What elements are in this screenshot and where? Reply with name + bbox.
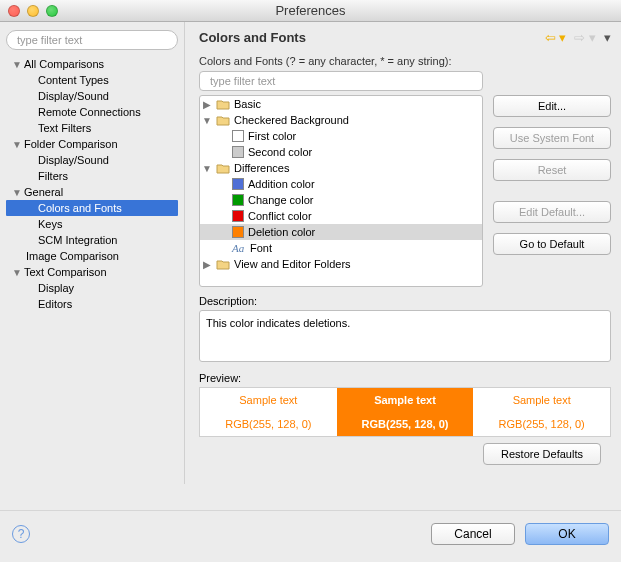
sidebar-item-scm-integration[interactable]: SCM Integration	[6, 232, 178, 248]
nav-back-icon[interactable]: ⇦ ▾	[545, 30, 567, 45]
color-swatch	[232, 226, 244, 238]
minimize-icon[interactable]	[27, 5, 39, 17]
colors-filter-input[interactable]: type filter text	[199, 71, 483, 91]
sidebar-item-folder-comparison[interactable]: ▼Folder Comparison	[6, 136, 178, 152]
disclosure-down-icon: ▼	[12, 59, 22, 70]
font-icon: Aa	[232, 242, 246, 254]
folder-icon	[216, 114, 230, 126]
disclosure-down-icon: ▼	[12, 267, 22, 278]
disclosure-down-icon: ▼	[12, 139, 22, 150]
go-to-default-button[interactable]: Go to Default	[493, 233, 611, 255]
sidebar: type filter text ▼All Comparisons Conten…	[0, 22, 185, 484]
color-swatch	[232, 146, 244, 158]
folder-icon	[216, 258, 230, 270]
folder-icon	[216, 98, 230, 110]
help-icon[interactable]: ?	[12, 525, 30, 543]
color-swatch	[232, 178, 244, 190]
sidebar-item-text-filters[interactable]: Text Filters	[6, 120, 178, 136]
use-system-font-button: Use System Font	[493, 127, 611, 149]
nav-menu-icon[interactable]: ▾	[604, 30, 611, 45]
sidebar-item-colors-fonts[interactable]: Colors and Fonts	[6, 200, 178, 216]
tree-item-font[interactable]: AaFont	[200, 240, 482, 256]
colors-tree: ▶Basic ▼Checkered Background First color…	[199, 95, 483, 287]
tree-item-view-editor-folders[interactable]: ▶View and Editor Folders	[200, 256, 482, 272]
tree-item-conflict-color[interactable]: Conflict color	[200, 208, 482, 224]
description-label: Description:	[199, 295, 611, 307]
color-swatch	[232, 210, 244, 222]
reset-button: Reset	[493, 159, 611, 181]
tree-item-addition-color[interactable]: Addition color	[200, 176, 482, 192]
zoom-icon[interactable]	[46, 5, 58, 17]
tree-item-checkered[interactable]: ▼Checkered Background	[200, 112, 482, 128]
edit-button[interactable]: Edit...	[493, 95, 611, 117]
preview-label: Preview:	[199, 372, 611, 384]
main-panel: Colors and Fonts ⇦ ▾ ⇨ ▾ ▾ Colors and Fo…	[185, 22, 621, 484]
disclosure-down-icon: ▼	[202, 163, 212, 174]
traffic-lights	[8, 5, 58, 17]
page-title: Colors and Fonts	[199, 30, 306, 45]
tree-item-deletion-color[interactable]: Deletion color	[200, 224, 482, 240]
tree-item-differences[interactable]: ▼Differences	[200, 160, 482, 176]
preview-grid: Sample text Sample text Sample text RGB(…	[199, 387, 611, 437]
tree-item-basic[interactable]: ▶Basic	[200, 96, 482, 112]
restore-defaults-button[interactable]: Restore Defaults	[483, 443, 601, 465]
close-icon[interactable]	[8, 5, 20, 17]
disclosure-right-icon: ▶	[202, 99, 212, 110]
sidebar-item-content-types[interactable]: Content Types	[6, 72, 178, 88]
sidebar-item-editors[interactable]: Editors	[6, 296, 178, 312]
preview-cell: Sample text	[473, 388, 610, 412]
filter-hint: Colors and Fonts (? = any character, * =…	[199, 55, 611, 67]
tree-item-change-color[interactable]: Change color	[200, 192, 482, 208]
nav-controls: ⇦ ▾ ⇨ ▾ ▾	[545, 30, 611, 45]
window-title: Preferences	[0, 0, 621, 22]
color-swatch	[232, 194, 244, 206]
preview-cell: Sample text	[200, 388, 337, 412]
description-text: This color indicates deletions.	[199, 310, 611, 362]
sidebar-item-text-comparison[interactable]: ▼Text Comparison	[6, 264, 178, 280]
edit-default-button: Edit Default...	[493, 201, 611, 223]
folder-icon	[216, 162, 230, 174]
sidebar-item-general[interactable]: ▼General	[6, 184, 178, 200]
sidebar-item-display-sound[interactable]: Display/Sound	[6, 88, 178, 104]
preview-cell: RGB(255, 128, 0)	[200, 412, 337, 436]
cancel-button[interactable]: Cancel	[431, 523, 515, 545]
disclosure-down-icon: ▼	[202, 115, 212, 126]
tree-item-first-color[interactable]: First color	[200, 128, 482, 144]
preview-cell: Sample text	[337, 388, 474, 412]
sidebar-item-text-display[interactable]: Display	[6, 280, 178, 296]
preview-cell: RGB(255, 128, 0)	[473, 412, 610, 436]
window-titlebar: Preferences	[0, 0, 621, 22]
sidebar-filter-input[interactable]: type filter text	[6, 30, 178, 50]
nav-forward-icon: ⇨ ▾	[574, 30, 596, 45]
preview-cell: RGB(255, 128, 0)	[337, 412, 474, 436]
dialog-footer: ? Cancel OK	[0, 510, 621, 556]
sidebar-item-keys[interactable]: Keys	[6, 216, 178, 232]
sidebar-item-all-comparisons[interactable]: ▼All Comparisons	[6, 56, 178, 72]
sidebar-item-image-comparison[interactable]: Image Comparison	[6, 248, 178, 264]
sidebar-item-filters[interactable]: Filters	[6, 168, 178, 184]
ok-button[interactable]: OK	[525, 523, 609, 545]
sidebar-item-remote-connections[interactable]: Remote Connections	[6, 104, 178, 120]
disclosure-right-icon: ▶	[202, 259, 212, 270]
color-swatch	[232, 130, 244, 142]
tree-item-second-color[interactable]: Second color	[200, 144, 482, 160]
sidebar-item-folder-display-sound[interactable]: Display/Sound	[6, 152, 178, 168]
sidebar-tree: ▼All Comparisons Content Types Display/S…	[6, 56, 178, 312]
disclosure-down-icon: ▼	[12, 187, 22, 198]
